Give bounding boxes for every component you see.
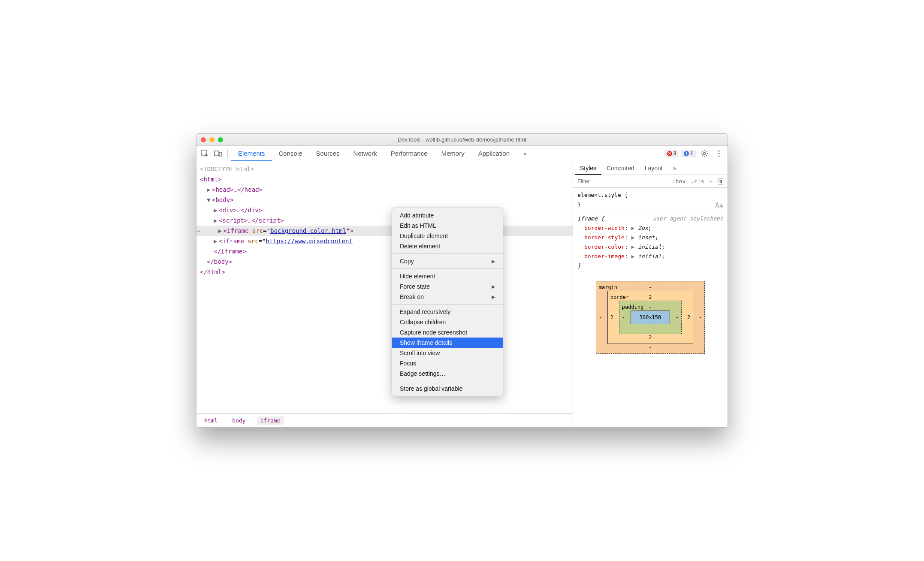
inspect-element-icon[interactable]: [199, 148, 211, 160]
svg-point-6: [718, 155, 719, 157]
tabs-overflow-icon[interactable]: »: [516, 146, 534, 161]
sidebar-toggle-icon[interactable]: ◨: [718, 178, 723, 184]
ctx-capture-node-screenshot[interactable]: Capture node screenshot: [392, 327, 503, 338]
devtools-window: DevTools - wolfib.github.io/web-demos/js…: [196, 133, 728, 428]
elements-dom-pane: <!DOCTYPE html> <html> ▶<head>…</head> ▼…: [196, 161, 573, 427]
tab-memory[interactable]: Memory: [435, 146, 471, 161]
styles-tab-layout[interactable]: Layout: [640, 161, 668, 175]
more-menu-icon[interactable]: [713, 148, 725, 160]
dom-breadcrumb: html body iframe: [196, 413, 573, 427]
ctx-copy[interactable]: Copy▶: [392, 256, 503, 266]
ctx-badge-settings[interactable]: Badge settings…: [392, 368, 503, 379]
svg-rect-1: [214, 151, 219, 156]
toolbar-divider: [227, 149, 228, 158]
panel-tabs: Elements Console Sources Network Perform…: [231, 146, 534, 161]
styles-tab-computed[interactable]: Computed: [601, 161, 640, 175]
error-count: 3: [673, 151, 676, 157]
rule-iframe[interactable]: user agent stylesheetiframe { border-wid…: [577, 214, 723, 272]
errors-badge[interactable]: ✕3: [664, 150, 679, 157]
breadcrumb-html[interactable]: html: [201, 416, 221, 425]
ctx-scroll-into-view[interactable]: Scroll into view: [392, 348, 503, 358]
rule-element-style[interactable]: element.style { } Aᴀ: [577, 190, 723, 211]
ctx-sep: [392, 381, 503, 381]
svg-point-3: [704, 152, 706, 154]
tab-performance[interactable]: Performance: [384, 146, 435, 161]
ctx-delete-element[interactable]: Delete element: [392, 241, 503, 251]
styles-tabs: Styles Computed Layout »: [573, 161, 728, 175]
ctx-expand-recursively[interactable]: Expand recursively: [392, 307, 503, 317]
font-size-icon[interactable]: Aᴀ: [715, 201, 723, 210]
tab-network[interactable]: Network: [347, 146, 384, 161]
tab-console[interactable]: Console: [272, 146, 309, 161]
toolbar-right: ✕3 !1: [664, 148, 725, 160]
cls-toggle[interactable]: .cls: [691, 178, 704, 184]
box-model-diagram[interactable]: margin - - - - border 2 2 2 2 padding: [577, 281, 723, 354]
dom-doctype: <!DOCTYPE html>: [200, 166, 254, 172]
tab-sources[interactable]: Sources: [309, 146, 347, 161]
dom-selected-line[interactable]: ⋯ ▶<iframe src="background-color.html">: [196, 226, 573, 236]
styles-tab-styles[interactable]: Styles: [575, 161, 601, 175]
ctx-show-iframe-details[interactable]: Show iframe details: [392, 338, 503, 348]
new-rule-button[interactable]: +: [710, 178, 713, 184]
svg-rect-2: [219, 152, 221, 156]
tab-application[interactable]: Application: [471, 146, 516, 161]
ctx-duplicate-element[interactable]: Duplicate element: [392, 231, 503, 241]
ctx-sep: [392, 304, 503, 305]
ctx-add-attribute[interactable]: Add attribute: [392, 210, 503, 220]
window-title: DevTools - wolfib.github.io/web-demos/js…: [196, 136, 728, 143]
styles-rules: element.style { } Aᴀ user agent styleshe…: [573, 188, 728, 427]
ctx-store-as-global[interactable]: Store as global variable: [392, 383, 503, 394]
device-toolbar-icon[interactable]: [212, 148, 224, 160]
ctx-collapse-children[interactable]: Collapse children: [392, 317, 503, 327]
ctx-force-state[interactable]: Force state▶: [392, 281, 503, 292]
ctx-break-on[interactable]: Break on▶: [392, 292, 503, 302]
iframe1-src[interactable]: background-color.html: [270, 227, 346, 234]
box-model-content: 300×150: [631, 311, 670, 324]
tab-elements[interactable]: Elements: [231, 146, 272, 161]
styles-tab-overflow-icon[interactable]: »: [668, 161, 682, 175]
dom-tree[interactable]: <!DOCTYPE html> <html> ▶<head>…</head> ▼…: [196, 161, 573, 413]
styles-filter-row: :hov .cls + ◨: [573, 175, 728, 188]
breadcrumb-body[interactable]: body: [229, 416, 249, 425]
ctx-sep: [392, 268, 503, 269]
main-toolbar: Elements Console Sources Network Perform…: [196, 146, 728, 161]
settings-icon[interactable]: [698, 148, 710, 160]
svg-point-4: [718, 150, 719, 151]
titlebar: DevTools - wolfib.github.io/web-demos/js…: [196, 134, 728, 146]
ctx-hide-element[interactable]: Hide element: [392, 271, 503, 281]
breadcrumb-iframe[interactable]: iframe: [257, 416, 284, 425]
iframe2-src[interactable]: https://www.mixedcontent: [266, 238, 353, 244]
issues-badge[interactable]: !1: [681, 150, 696, 157]
hov-toggle[interactable]: :hov: [672, 178, 685, 184]
ctx-sep: [392, 253, 503, 254]
styles-filter-input[interactable]: [573, 175, 654, 187]
issue-count: 1: [690, 151, 693, 157]
rule-source: user agent stylesheet: [653, 214, 723, 223]
ctx-focus[interactable]: Focus: [392, 358, 503, 368]
ctx-edit-as-html[interactable]: Edit as HTML: [392, 220, 503, 231]
context-menu: Add attribute Edit as HTML Duplicate ele…: [392, 208, 503, 396]
main-panel: <!DOCTYPE html> <html> ▶<head>…</head> ▼…: [196, 161, 728, 427]
styles-pane: Styles Computed Layout » :hov .cls + ◨ e…: [573, 161, 728, 427]
svg-point-5: [718, 153, 719, 154]
